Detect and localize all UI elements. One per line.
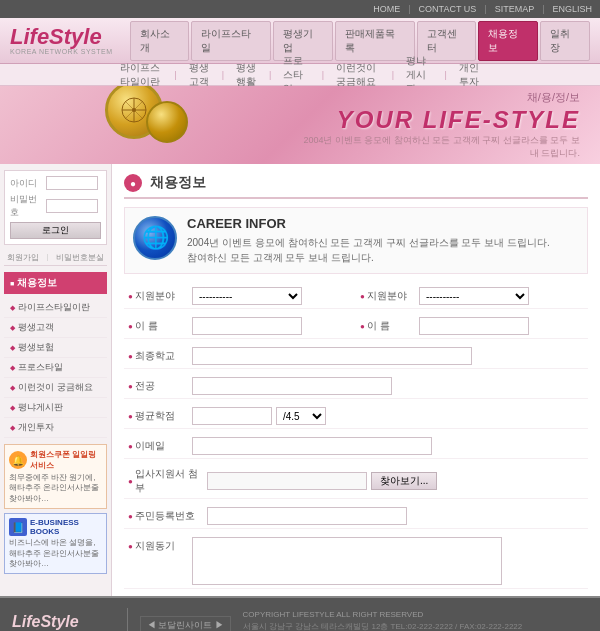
grade-input[interactable] xyxy=(192,407,272,425)
form-row-name: ●이 름 ●이 름 xyxy=(124,314,588,339)
resume-file-input[interactable] xyxy=(207,472,367,490)
dept1-select[interactable]: ---------- xyxy=(192,287,302,305)
logo-text: LifeStyle xyxy=(10,26,125,48)
sidebar-section-title: ■ 채용정보 xyxy=(4,272,107,294)
pw-label: 비밀번호 xyxy=(10,193,44,219)
coin-decoration xyxy=(105,86,163,139)
grade-select[interactable]: /4.5/4.3/4.0 xyxy=(276,407,326,425)
form-row-department: ●지원분야 ---------- ●지원분야 ---------- xyxy=(124,284,588,309)
subnav-item-6[interactable]: 개인투자 xyxy=(459,61,480,89)
name1-label: ●이 름 xyxy=(128,319,188,333)
page-title: 채용정보 xyxy=(150,174,206,192)
form-row-ssn: ●주민등록번호 xyxy=(124,504,588,529)
top-nav-contact[interactable]: CONTACT US xyxy=(419,4,477,14)
top-nav: HOME | CONTACT US | SITEMAP | ENGLISH xyxy=(0,0,600,18)
ssn-input[interactable] xyxy=(207,507,407,525)
nav-job[interactable]: 일취장 xyxy=(540,21,590,61)
pw-input[interactable] xyxy=(46,199,98,213)
sidebar-menu-item-6[interactable]: ◆개인투자 xyxy=(4,418,107,438)
main-nav: 회사소개 라이프스타일 평생기업 판매제품목록 고객센터 채용정보 일취장 xyxy=(130,21,590,61)
sidebar-links: 회원가입 | 비밀번호분실 xyxy=(4,250,107,266)
bell-icon: 🔔 xyxy=(9,451,27,469)
sidebar-menu-item-5[interactable]: ◆평냐게시판 xyxy=(4,398,107,418)
footer-info: COPYRIGHT LIFESTYLE ALL RIGHT RESERVED 서… xyxy=(243,610,588,632)
logo-area: LifeStyle KOREA NETWORK SYSTEM xyxy=(10,26,125,55)
ad1-text: 최무중에주 바잔 원기에, 해타추주 온라인서사분줄 찾아봐아… xyxy=(9,473,102,504)
svg-point-5 xyxy=(132,108,136,112)
form-row-major: ●전공 xyxy=(124,374,588,399)
name1-input[interactable] xyxy=(192,317,302,335)
title-circle: ● xyxy=(124,174,142,192)
form-row-grade: ●평균학점 /4.5/4.3/4.0 xyxy=(124,404,588,429)
name2-label: ●이 름 xyxy=(360,319,415,333)
hero-subtitle: 2004년 이벤트 응모에 참여하신 모든 고객께 구찌 선글라스를 모두 보내… xyxy=(300,134,580,160)
pw-find-link[interactable]: 비밀번호분실 xyxy=(56,252,104,263)
school-input[interactable] xyxy=(192,347,472,365)
top-nav-home[interactable]: HOME xyxy=(373,4,400,14)
content-area: ● 채용정보 🌐 CAREER INFOR 2004년 이벤트 응모에 참여하신… xyxy=(112,164,600,596)
sidebar-menu-item-4[interactable]: ◆이런것이 궁금해요 xyxy=(4,378,107,398)
sidebar-menu-item-0[interactable]: ◆라이프스타일이란 xyxy=(4,298,107,318)
sub-nav: 라이프스타일이란 | 평생고객 | 평생행활 | 프로스타일 | 이런것이 궁금… xyxy=(0,64,600,86)
nav-lifestyle[interactable]: 라이프스타일 xyxy=(191,21,271,61)
nav-career[interactable]: 채용정보 xyxy=(478,21,538,61)
career-desc1: 2004년 이벤트 응모에 참여하신 모든 고객께 구찌 선글라스를 모두 보내… xyxy=(187,235,550,250)
sidebar-menu-item-3[interactable]: ◆프로스타일 xyxy=(4,358,107,378)
footer-copyright: COPYRIGHT LIFESTYLE ALL RIGHT RESERVED xyxy=(243,610,588,619)
sidebar-menu-item-2[interactable]: ◆평생보험 xyxy=(4,338,107,358)
sidebar-menu-item-1[interactable]: ◆평생고객 xyxy=(4,318,107,338)
footer-site-selector[interactable]: ◀ 보달린사이트 ▶ xyxy=(140,616,231,631)
form-row-motive: ●지원동기 xyxy=(124,534,588,589)
motive-label: ●지원동기 xyxy=(128,539,188,553)
sidebar: 아이디 비밀번호 로그인 회원가입 | 비밀번호분실 ■ 채용정보 ◆라이프스타… xyxy=(0,164,112,596)
globe-icon: 🌐 xyxy=(133,216,177,260)
career-card: 🌐 CAREER INFOR 2004년 이벤트 응모에 참여하신 모든 고객께… xyxy=(124,207,588,274)
subnav-item-2[interactable]: 평생행활 xyxy=(236,61,257,89)
major-input[interactable] xyxy=(192,377,392,395)
ad2-text: 비즈니스에 바온 설명을, 해타추주 온라인서사분줄 찾아봐아… xyxy=(9,538,102,569)
hero-section-label: 채/용/정/보 xyxy=(300,90,580,105)
footer: LifeStyle KOREA NETWORK SYSTEM ◀ 보달린사이트 … xyxy=(0,596,600,631)
form-row-email: ●이메일 xyxy=(124,434,588,459)
top-nav-english[interactable]: ENGLISH xyxy=(552,4,592,14)
subnav-item-0[interactable]: 라이프스타일이란 xyxy=(120,61,162,89)
form-row-resume: ●입사지원서 첨부 찾아보기... xyxy=(124,464,588,499)
name2-input[interactable] xyxy=(419,317,529,335)
ad1-title: 회원스쿠폰 일일링서비스 xyxy=(30,449,102,471)
id-input[interactable] xyxy=(46,176,98,190)
main-layout: 아이디 비밀번호 로그인 회원가입 | 비밀번호분실 ■ 채용정보 ◆라이프스타… xyxy=(0,164,600,596)
page-title-bar: ● 채용정보 xyxy=(124,174,588,199)
subnav-item-1[interactable]: 평생고객 xyxy=(189,61,210,89)
major-label: ●전공 xyxy=(128,379,188,393)
grade-label: ●평균학점 xyxy=(128,409,188,423)
ssn-label: ●주민등록번호 xyxy=(128,509,203,523)
hero-text: 채/용/정/보 YOUR LIFE-STYLE 2004년 이벤트 응모에 참여… xyxy=(300,90,580,160)
application-form: ●지원분야 ---------- ●지원분야 ---------- ●이 름 xyxy=(124,284,588,596)
sidebar-ad2: 📘 E-BUSINESS BOOKS 비즈니스에 바온 설명을, 해타추주 온라… xyxy=(4,513,107,574)
dept2-select[interactable]: ---------- xyxy=(419,287,529,305)
nav-products[interactable]: 판매제품목록 xyxy=(335,21,415,61)
logo-sub: KOREA NETWORK SYSTEM xyxy=(10,48,125,55)
hero-title: YOUR LIFE-STYLE xyxy=(300,106,580,134)
subnav-item-4[interactable]: 이런것이 궁금해요 xyxy=(336,61,380,89)
id-label: 아이디 xyxy=(10,177,44,190)
top-nav-sitemap[interactable]: SITEMAP xyxy=(495,4,535,14)
footer-divider xyxy=(127,608,128,631)
email-input[interactable] xyxy=(192,437,432,455)
footer-logo: LifeStyle xyxy=(12,613,115,631)
login-button[interactable]: 로그인 xyxy=(10,222,101,239)
join-link[interactable]: 회원가입 xyxy=(7,252,39,263)
email-label: ●이메일 xyxy=(128,439,188,453)
dept2-label: ●지원분야 xyxy=(360,289,415,303)
nav-company[interactable]: 회사소개 xyxy=(130,21,190,61)
footer-address: 서울시 강남구 강남스 테라스캐빌딩 12층 TEL:02-222-2222 /… xyxy=(243,621,588,632)
career-info: CAREER INFOR 2004년 이벤트 응모에 참여하신 모든 고객께 구… xyxy=(187,216,550,265)
footer-logo-area: LifeStyle KOREA NETWORK SYSTEM xyxy=(12,613,115,631)
book-icon: 📘 xyxy=(9,518,27,536)
hero-banner: 채/용/정/보 YOUR LIFE-STYLE 2004년 이벤트 응모에 참여… xyxy=(0,86,600,164)
login-box: 아이디 비밀번호 로그인 xyxy=(4,170,107,245)
school-label: ●최종학교 xyxy=(128,349,188,363)
motive-textarea[interactable] xyxy=(192,537,502,585)
browse-button[interactable]: 찾아보기... xyxy=(371,472,437,490)
career-desc2: 참여하신 모든 고객께 모두 보내 드립니다. xyxy=(187,250,550,265)
